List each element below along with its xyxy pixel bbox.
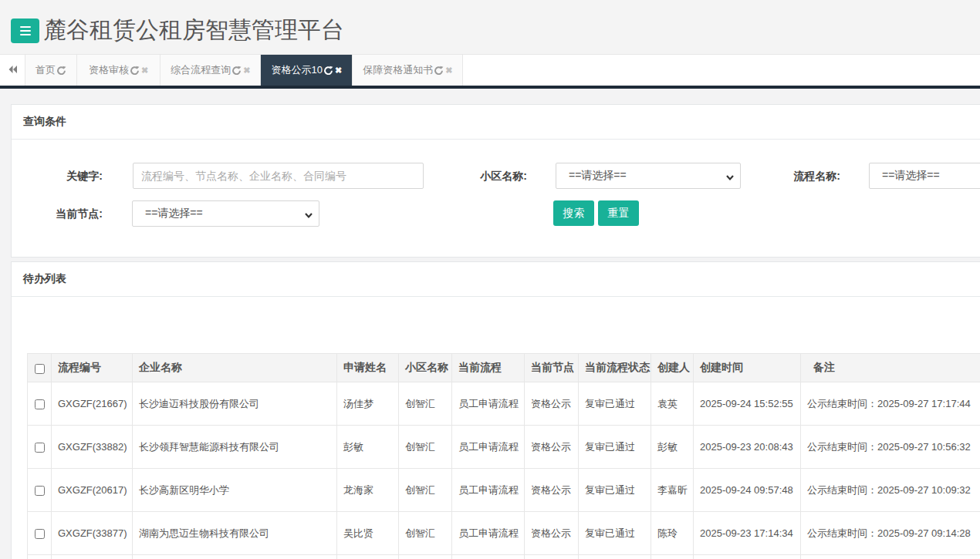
cell: 资格公示: [525, 426, 579, 469]
cell: 公示结束时间：2025-09-27 09:14:28: [801, 512, 980, 555]
cell: 复审已通过: [579, 382, 651, 426]
cell: [133, 555, 337, 559]
tab-process-query[interactable]: 综合流程查询 ✖: [161, 55, 261, 86]
menu-toggle-button[interactable]: [11, 19, 39, 43]
process-select[interactable]: ==请选择==: [869, 163, 980, 189]
cell: 创智汇: [399, 426, 452, 469]
cell: GXGZF(33877): [52, 512, 133, 555]
cell: 2025-09-23 17:14:34: [694, 512, 801, 555]
cell: 员工申请流程: [452, 512, 525, 555]
cell: 陈玲: [651, 512, 694, 555]
tab-home[interactable]: 首页: [25, 55, 77, 86]
table-header-row: 流程编号 企业名称 申请姓名 小区名称 当前流程 当前节点 当前流程状态 创建人…: [28, 354, 980, 382]
backward-icon: [8, 64, 18, 76]
cell: [694, 555, 801, 559]
tab-label: 资格公示10: [271, 63, 322, 77]
todo-panel: 待办列表 流程编号 企业名称 申请姓名 小区名称 当前流程 当前节点: [11, 261, 980, 559]
cell: 龙海家: [337, 469, 399, 512]
tab-qualification-publicity[interactable]: 资格公示10 ✖: [261, 55, 353, 86]
cell: [525, 555, 579, 559]
community-select-value: ==请选择==: [569, 169, 627, 183]
row-checkbox[interactable]: [35, 443, 45, 453]
cell: 2025-09-24 15:52:55: [694, 382, 801, 426]
checkbox-cell: [28, 382, 52, 426]
cell: GXGZF(21667): [52, 382, 133, 426]
tab-label: 资格审核: [89, 63, 129, 77]
cell: 吴比贤: [337, 512, 399, 555]
chevron-down-icon: [725, 172, 735, 184]
refresh-icon[interactable]: [323, 66, 333, 76]
keyword-input[interactable]: [133, 163, 424, 189]
close-icon[interactable]: ✖: [141, 66, 148, 76]
table-row: GXGZF(33882) 长沙领拜智慧能源科技有限公司 彭敏 创智汇 员工申请流…: [28, 426, 980, 469]
tab-bar: 首页 资格审核 ✖ 综合流程查询 ✖ 资格公示10 ✖ 保障资格通知书 ✖: [0, 54, 980, 89]
cell: 员工申请流程: [452, 426, 525, 469]
app-header: 麓谷租赁公租房智慧管理平台: [0, 0, 980, 54]
search-button[interactable]: 搜索: [553, 200, 594, 226]
cell: [452, 555, 525, 559]
cell: 汤佳梦: [337, 382, 399, 426]
checkbox-cell: [28, 555, 52, 559]
refresh-icon[interactable]: [130, 66, 140, 76]
close-icon[interactable]: ✖: [445, 66, 452, 76]
cell: 员工申请流程: [452, 469, 525, 512]
cell: [52, 555, 133, 559]
cell: 长沙领拜智慧能源科技有限公司: [133, 426, 337, 469]
tab-label: 综合流程查询: [171, 63, 231, 77]
select-all-cell: [28, 354, 52, 382]
cell: GXGZF(20617): [52, 469, 133, 512]
keyword-label: 关键字:: [12, 163, 103, 189]
close-icon[interactable]: ✖: [243, 66, 250, 76]
refresh-icon[interactable]: [231, 66, 242, 76]
cell: 资格公示: [525, 512, 579, 555]
cell: 员工申请流程: [452, 382, 525, 426]
refresh-icon[interactable]: [434, 66, 444, 76]
reset-button[interactable]: 重置: [598, 200, 639, 226]
cell: 2025-09-24 09:57:48: [694, 469, 801, 512]
checkbox-cell: [28, 469, 52, 512]
tab-qualification-review[interactable]: 资格审核 ✖: [77, 55, 161, 86]
col-header: 当前流程状态: [579, 354, 651, 382]
query-panel-title: 查询条件: [23, 115, 66, 129]
cell: 湖南为思迈生物科技有限公司: [133, 512, 337, 555]
query-form: 关键字: 小区名称: ==请选择== 流程名称: ==请选择== 当前节点: =…: [12, 140, 980, 257]
cell: 公示结束时间：2025-09-27 10:09:32: [801, 469, 980, 512]
cell: 彭敏: [337, 426, 399, 469]
table-row: GXGZF(20617) 长沙高新区明华小学 龙海家 创智汇 员工申请流程 资格…: [28, 469, 980, 512]
checkbox-cell: [28, 512, 52, 555]
cell: 长沙高新区明华小学: [133, 469, 337, 512]
page-content: 查询条件 关键字: 小区名称: ==请选择== 流程名称: ==请选择== 当前…: [0, 89, 980, 559]
cell: 彭敏: [651, 426, 694, 469]
row-checkbox[interactable]: [35, 399, 45, 409]
tab-guarantee-notice[interactable]: 保障资格通知书 ✖: [353, 55, 463, 86]
cell: 长沙迪迈科技股份有限公司: [133, 382, 337, 426]
app-title: 麓谷租赁公租房智慧管理平台: [43, 15, 344, 46]
col-header: 企业名称: [133, 354, 337, 382]
community-select[interactable]: ==请选择==: [556, 163, 741, 189]
todo-table-wrap: 流程编号 企业名称 申请姓名 小区名称 当前流程 当前节点 当前流程状态 创建人…: [12, 297, 980, 559]
todo-panel-header: 待办列表: [12, 262, 980, 297]
select-all-checkbox[interactable]: [35, 364, 45, 374]
tab-label: 首页: [35, 63, 56, 77]
table-row: [28, 555, 980, 559]
process-label: 流程名称:: [749, 163, 840, 189]
node-select[interactable]: ==请选择==: [132, 200, 319, 227]
cell: 袁英: [651, 382, 694, 426]
todo-panel-title: 待办列表: [23, 272, 66, 286]
cell: 创智汇: [399, 469, 452, 512]
row-checkbox[interactable]: [35, 486, 45, 496]
community-label: 小区名称:: [436, 163, 527, 189]
col-header: 申请姓名: [337, 354, 399, 382]
table-row: GXGZF(21667) 长沙迪迈科技股份有限公司 汤佳梦 创智汇 员工申请流程…: [28, 382, 980, 426]
row-checkbox[interactable]: [35, 529, 45, 539]
node-label: 当前节点:: [12, 200, 103, 227]
cell: 复审已通过: [579, 512, 651, 555]
scroll-tabs-left-button[interactable]: [0, 55, 25, 86]
cell: 创智汇: [399, 382, 452, 426]
cell: 资格公示: [525, 382, 579, 426]
cell: [801, 555, 980, 559]
close-icon[interactable]: ✖: [335, 66, 342, 76]
refresh-icon[interactable]: [56, 66, 66, 76]
cell: [399, 555, 452, 559]
cell: [337, 555, 399, 559]
